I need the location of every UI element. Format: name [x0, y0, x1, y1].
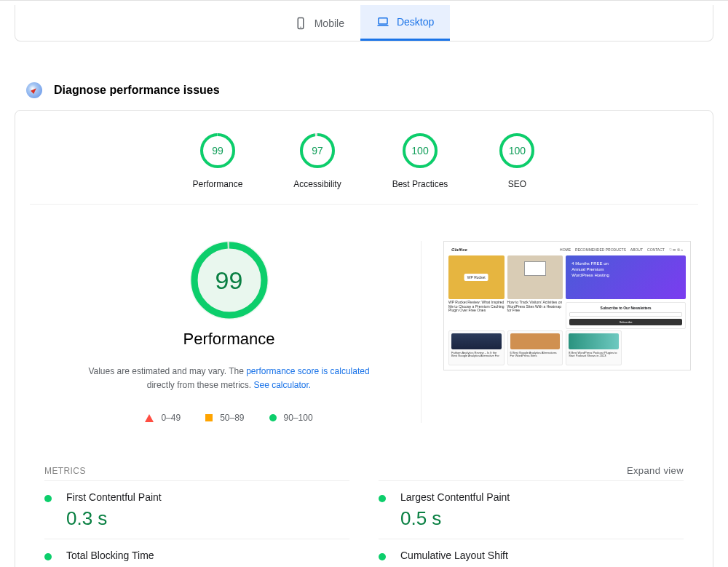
big-score-value: 99 [190, 241, 269, 320]
tab-mobile[interactable]: Mobile [278, 5, 360, 41]
metric-value: 0.5 s [400, 507, 684, 530]
triangle-icon [145, 414, 154, 422]
metric-name: Cumulative Layout Shift [400, 550, 684, 561]
score-legend: 0–49 50–89 90–100 [145, 413, 312, 423]
performance-summary: 99 Performance Values are estimated and … [37, 241, 422, 423]
status-dot-icon [379, 495, 386, 502]
legend-mid: 50–89 [205, 413, 244, 423]
gauge-accessibility[interactable]: 97 Accessibility [293, 132, 341, 189]
device-tabs: Mobile Desktop [15, 5, 713, 41]
calc-link[interactable]: performance score is calculated [246, 366, 369, 376]
expand-view-toggle[interactable]: Expand view [627, 465, 684, 476]
square-icon [205, 414, 213, 421]
gauge-seo[interactable]: 100 SEO [499, 132, 535, 189]
status-dot-icon [44, 553, 52, 560]
gauge-performance[interactable]: 99 Performance [193, 132, 243, 189]
tab-desktop[interactable]: Desktop [360, 5, 450, 41]
metric-lcp: Largest Contentful Paint 0.5 s [379, 480, 684, 539]
see-calculator-link[interactable]: See calculator. [253, 380, 311, 390]
svg-point-1 [300, 26, 301, 28]
status-dot-icon [44, 495, 52, 502]
svg-rect-2 [379, 18, 387, 24]
category-gauges: 99 Performance 97 Accessibility 100 Best… [30, 132, 698, 205]
metric-name: Total Blocking Time [66, 550, 349, 561]
gauge-value: 100 [499, 132, 535, 169]
gauge-value: 97 [299, 132, 336, 169]
metrics-grid: First Contentful Paint 0.3 s Largest Con… [15, 480, 713, 567]
metric-value: 0.3 s [66, 507, 349, 530]
smartphone-icon [294, 17, 307, 30]
gauge-label: SEO [499, 179, 535, 189]
status-dot-icon [379, 553, 386, 560]
gauge-label: Best Practices [392, 179, 448, 189]
metric-cls: Cumulative Layout Shift 0.008 [379, 539, 684, 567]
metric-name: Largest Contentful Paint [400, 491, 684, 503]
gauge-best-practices[interactable]: 100 Best Practices [392, 132, 448, 189]
metrics-heading: METRICS [44, 466, 86, 476]
legend-low: 0–49 [145, 413, 181, 423]
legend-high: 90–100 [269, 413, 313, 423]
compass-icon [26, 82, 42, 98]
big-score-ring: 99 [190, 241, 269, 320]
section-header: Diagnose performance issues [0, 56, 728, 110]
performance-description: Values are estimated and may vary. The p… [84, 365, 375, 392]
report-card: 99 Performance 97 Accessibility 100 Best… [15, 110, 713, 567]
metric-fcp: First Contentful Paint 0.3 s [44, 480, 349, 539]
gauge-value: 100 [402, 132, 438, 169]
tab-label: Mobile [314, 17, 344, 29]
laptop-icon [376, 15, 389, 28]
metric-name: First Contentful Paint [66, 491, 349, 503]
tab-label: Desktop [397, 16, 434, 28]
gauge-label: Accessibility [293, 179, 341, 189]
metric-tbt: Total Blocking Time 0 ms [44, 539, 349, 567]
page-title: Diagnose performance issues [54, 84, 220, 97]
circle-icon [269, 414, 277, 421]
page-screenshot: Glaffice HOME RECOMMENDED PRODUCTS ABOUT… [443, 241, 691, 370]
gauge-label: Performance [193, 179, 243, 189]
performance-title: Performance [183, 330, 275, 349]
gauge-value: 99 [199, 132, 236, 169]
